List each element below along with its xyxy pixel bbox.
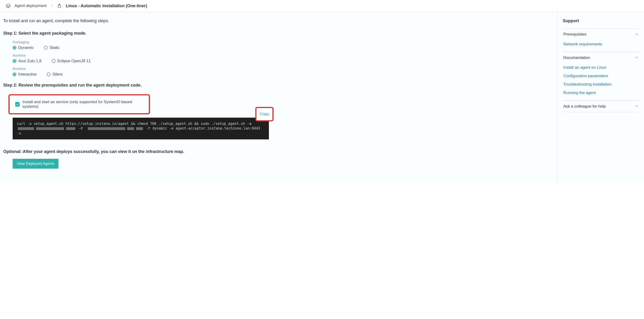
radio-icon[interactable] <box>44 46 48 49</box>
view-deployed-agents-button[interactable]: View Deployed Agents <box>13 159 58 169</box>
link-troubleshooting[interactable]: Troubleshooting installation <box>563 80 639 89</box>
svg-point-1 <box>59 5 59 5</box>
acc-header-ask-colleague[interactable]: Ask a colleague for help <box>563 101 639 112</box>
group-label: Runtime <box>13 53 552 57</box>
redacted-icon <box>66 127 75 130</box>
acc-header-documentation[interactable]: Documentation <box>563 52 639 63</box>
packaging-group: Packaging Dynamic Static <box>13 40 552 50</box>
radio-icon[interactable] <box>47 72 50 76</box>
svg-marker-0 <box>6 4 10 6</box>
link-config-parameters[interactable]: Configuration parameters <box>563 72 639 80</box>
radio-mode-interactive[interactable]: Interactive <box>13 72 36 77</box>
acc-heading-label: Ask a colleague for help <box>563 104 606 109</box>
step1-title: Step 1: Select the agent packaging mode. <box>3 31 552 36</box>
radio-label: Azul Zulu 1.8 <box>18 59 42 63</box>
chevron-up-icon <box>635 56 638 60</box>
breadcrumb-title: Linux - Automatic Installation (One-line… <box>66 3 147 8</box>
deployment-code: curl -o setup_agent.sh https://setup.ins… <box>13 118 269 139</box>
radio-runtime-azul[interactable]: Azul Zulu 1.8 <box>13 59 42 63</box>
acc-prerequisites: Prerequisites Network requirements <box>563 28 639 52</box>
intro-text: To install and run an agent, complete th… <box>3 18 552 23</box>
breadcrumb-bar: Agent deployment Linux - Automatic Insta… <box>0 0 644 12</box>
group-label: Runtime <box>13 67 552 71</box>
radio-packaging-dynamic[interactable]: Dynamic <box>13 45 34 50</box>
radio-label: Eclipse OpenJ9 11 <box>57 59 91 63</box>
radio-label: Silent <box>52 72 62 77</box>
sidebar-title: Support <box>563 18 639 23</box>
chevron-right-icon <box>50 4 53 8</box>
link-network-requirements[interactable]: Network requirements <box>563 40 639 48</box>
radio-packaging-static[interactable]: Static <box>44 45 60 50</box>
radio-icon[interactable] <box>13 72 16 76</box>
acc-ask-colleague: Ask a colleague for help <box>563 101 639 112</box>
link-install-agent-linux[interactable]: Install an agent on Linux <box>563 63 639 72</box>
group-label: Packaging <box>13 40 552 44</box>
copy-button[interactable]: Copy <box>258 110 270 118</box>
radio-icon[interactable] <box>13 59 16 63</box>
redacted-icon <box>136 127 143 130</box>
radio-label: Static <box>50 45 60 50</box>
runtime-group-mode: Runtime Interactive Silent <box>13 67 552 77</box>
optional-title: Optional: After your agent deploys succe… <box>3 149 552 154</box>
radio-runtime-openj9[interactable]: Eclipse OpenJ9 11 <box>52 59 91 63</box>
redacted-icon <box>36 127 64 130</box>
svg-point-2 <box>60 5 60 5</box>
breadcrumb-parent[interactable]: Agent deployment <box>14 3 46 8</box>
install-service-checkbox-label: Install and start as service (only suppo… <box>22 100 143 109</box>
redacted-icon <box>127 127 134 130</box>
acc-heading-label: Documentation <box>563 55 590 60</box>
main-content: To install and run an agent, complete th… <box>0 12 558 183</box>
layers-icon <box>6 3 11 8</box>
service-checkbox-highlight: Install and start as service (only suppo… <box>8 94 150 114</box>
radio-label: Interactive <box>18 72 36 77</box>
radio-label: Dynamic <box>18 45 34 50</box>
redacted-icon <box>18 127 34 130</box>
copy-button-highlight: Copy <box>255 107 274 121</box>
acc-header-prerequisites[interactable]: Prerequisites <box>563 29 639 40</box>
acc-documentation: Documentation Install an agent on Linux … <box>563 52 639 101</box>
radio-icon[interactable] <box>13 46 16 49</box>
support-sidebar: Support Prerequisites Network requiremen… <box>558 12 644 183</box>
link-running-agent[interactable]: Running the agent <box>563 89 639 97</box>
linux-icon <box>57 3 62 8</box>
radio-icon[interactable] <box>52 59 56 63</box>
code-seg1: curl -o setup_agent.sh https://setup.ins… <box>17 122 254 126</box>
radio-mode-silent[interactable]: Silent <box>47 72 62 77</box>
runtime-group-java: Runtime Azul Zulu 1.8 Eclipse OpenJ9 11 <box>13 53 552 63</box>
redacted-icon <box>88 127 125 130</box>
chevron-down-icon <box>635 104 638 108</box>
chevron-up-icon <box>635 32 638 36</box>
acc-heading-label: Prerequisites <box>563 32 586 37</box>
install-service-checkbox[interactable] <box>15 102 20 107</box>
step2-title: Step 2: Review the prerequisites and run… <box>3 83 552 88</box>
code-seg2: -d <box>76 126 85 130</box>
